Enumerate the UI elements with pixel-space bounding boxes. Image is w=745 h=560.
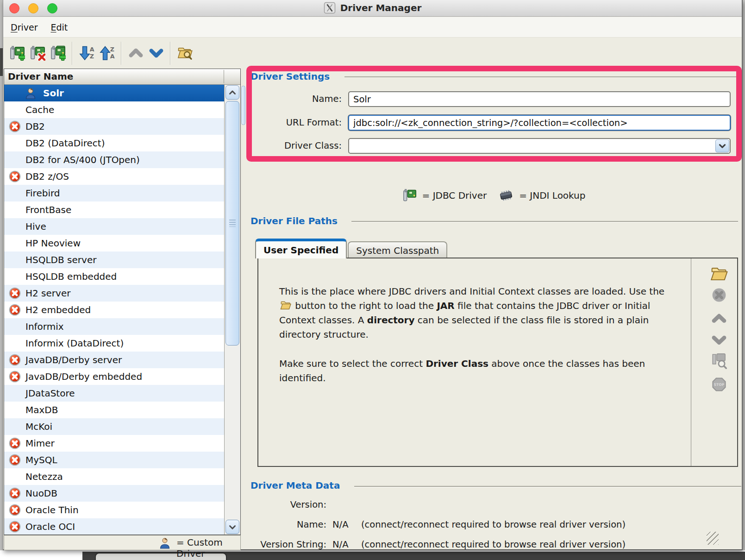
open-file-button[interactable] (701, 265, 737, 283)
driver-copy-icon (50, 45, 66, 61)
sort-ascending-button[interactable]: AZ (76, 43, 97, 63)
tab-user-specified[interactable]: User Specified (255, 239, 347, 258)
driver-class-field-wrap (348, 138, 731, 154)
folder-open-icon (280, 300, 291, 311)
error-icon (9, 304, 21, 316)
driver-row-label: Informix (DataDirect) (25, 335, 124, 352)
error-icon (9, 437, 21, 449)
driver-row-db2[interactable]: DB2 (4, 118, 224, 135)
driver-list-scrollbar[interactable] (224, 85, 240, 535)
driver-class-dropdown-button[interactable] (715, 139, 729, 152)
driver-add-icon (10, 45, 25, 61)
sort-descending-button[interactable]: ZA (97, 43, 117, 63)
version-string-note: (connect/reconnect required to browse re… (361, 539, 626, 550)
driver-list-panel: Driver Name SolrCacheDB2DB2 (DataDirect)… (4, 69, 241, 535)
menu-edit[interactable]: Edit (45, 19, 73, 36)
driver-row-netezza[interactable]: Netezza (4, 468, 224, 485)
driver-row-h2-server[interactable]: H2 server (4, 285, 224, 302)
driver-row-db2-datadirect-[interactable]: DB2 (DataDirect) (4, 135, 224, 151)
driver-row-mckoi[interactable]: McKoi (4, 418, 224, 435)
driver-class-combobox[interactable] (348, 138, 731, 154)
url-format-input[interactable] (348, 115, 731, 131)
driver-row-label: Solr (43, 85, 64, 101)
driver-row-jdatastore[interactable]: JDataStore (4, 385, 224, 402)
driver-row-firebird[interactable]: Firebird (4, 185, 224, 201)
driver-row-h2-embedded[interactable]: H2 embedded (4, 302, 224, 318)
svg-text:Z: Z (110, 46, 114, 53)
driver-row-label: DB2 (DataDirect) (25, 135, 105, 151)
scroll-up-button[interactable] (225, 85, 239, 100)
driver-row-oracle-oci[interactable]: Oracle OCI (4, 518, 224, 535)
error-icon (9, 170, 21, 182)
chevron-down-blue-icon (149, 45, 164, 61)
driver-row-label: Informix (25, 318, 64, 335)
scroll-down-button[interactable] (225, 520, 239, 534)
driver-row-hive[interactable]: Hive (4, 218, 224, 235)
splitter[interactable] (241, 69, 246, 549)
url-format-field-wrap (348, 115, 731, 131)
driver-row-informix-datadirect-[interactable]: Informix (DataDirect) (4, 335, 224, 352)
move-driver-up-button[interactable] (125, 43, 146, 63)
remove-driver-button[interactable] (27, 43, 48, 63)
error-icon (9, 371, 21, 383)
move-path-down-button (701, 333, 737, 347)
driver-row-solr[interactable]: Solr (4, 85, 224, 101)
background-window-bottom (0, 550, 745, 560)
error-icon (9, 287, 21, 299)
custom-driver-icon (25, 87, 37, 99)
folder-search-icon (177, 45, 193, 61)
jdbc-legend-text: = JDBC Driver (422, 190, 487, 201)
version-label: Version: (244, 499, 326, 510)
driver-row-db2-z-os[interactable]: DB2 z/OS (4, 168, 224, 185)
driver-row-nuodb[interactable]: NuoDB (4, 485, 224, 502)
move-driver-down-button[interactable] (146, 43, 166, 63)
resize-grip[interactable] (707, 532, 719, 545)
error-icon (9, 487, 21, 499)
driver-settings-title: Driver Settings (250, 71, 330, 82)
menu-driver[interactable]: Driver (5, 19, 43, 36)
driver-row-label: McKoi (25, 418, 52, 435)
driver-row-label: Firebird (25, 185, 60, 201)
driver-file-paths-title: Driver File Paths (250, 215, 338, 227)
error-icon (9, 354, 21, 366)
driver-row-mimer[interactable]: Mimer (4, 435, 224, 452)
driver-row-db2-for-as-400-jtopen-[interactable]: DB2 for AS/400 (JTOpen) (4, 151, 224, 168)
driver-row-label: Netezza (25, 468, 63, 485)
driver-row-label: DB2 z/OS (25, 168, 69, 185)
move-path-up-button (701, 311, 737, 326)
driver-row-label: Oracle Thin (25, 502, 79, 518)
driver-row-javadb-derby-server[interactable]: JavaDB/Derby server (4, 352, 224, 368)
new-driver-button[interactable] (7, 43, 27, 63)
copy-driver-button[interactable] (48, 43, 68, 63)
driver-row-cache[interactable]: Cache (4, 101, 224, 118)
tab-system-classpath[interactable]: System Classpath (348, 241, 447, 258)
driver-name-input[interactable] (348, 91, 731, 107)
driver-row-informix[interactable]: Informix (4, 318, 224, 335)
driver-row-hp-neoview[interactable]: HP Neoview (4, 235, 224, 252)
menubar: DriverEdit (3, 17, 742, 38)
error-icon (9, 120, 21, 132)
driver-row-label: MaxDB (25, 402, 58, 418)
driver-list-header[interactable]: Driver Name (4, 69, 240, 85)
file-paths-panel: This is the place where JDBC drivers and… (257, 258, 738, 467)
driver-row-hsqldb-embedded[interactable]: HSQLDB embedded (4, 268, 224, 285)
scrollbar-thumb[interactable] (225, 101, 239, 346)
driver-row-javadb-derby-embedded[interactable]: JavaDB/Derby embedded (4, 368, 224, 385)
error-icon (9, 521, 21, 533)
find-driver-button[interactable] (175, 43, 195, 63)
toolbar-separator (72, 42, 73, 65)
icon-legend: = JDBC Driver = JNDI Lookup (253, 187, 735, 204)
driver-row-frontbase[interactable]: FrontBase (4, 201, 224, 218)
driver-row-hsqldb-server[interactable]: HSQLDB server (4, 252, 224, 268)
driver-row-label: Mimer (25, 435, 55, 452)
chevron-up-disabled-icon (712, 311, 726, 326)
driver-row-maxdb[interactable]: MaxDB (4, 402, 224, 418)
driver-remove-icon (30, 45, 45, 61)
driver-row-mysql[interactable]: MySQL (4, 452, 224, 468)
driver-settings-divider (344, 76, 737, 78)
window-title: Driver Manager (340, 2, 422, 13)
driver-row-label: NuoDB (25, 485, 57, 502)
driver-row-oracle-thin[interactable]: Oracle Thin (4, 502, 224, 518)
window-x-icon (324, 2, 336, 14)
sort-ascending-icon: AZ (79, 45, 94, 61)
